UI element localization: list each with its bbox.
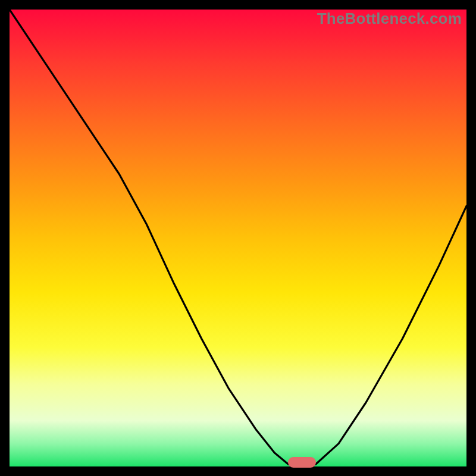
chart-frame: TheBottleneck.com [10,10,466,466]
optimal-marker [288,457,315,468]
watermark-text: TheBottleneck.com [317,10,462,28]
plot-area [10,10,466,466]
bottleneck-curve [10,10,466,466]
